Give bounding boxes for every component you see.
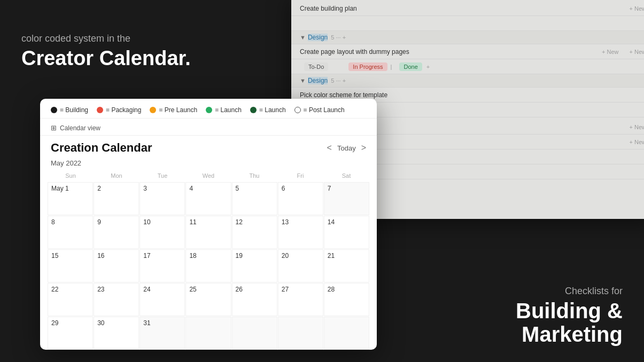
design-tag2: Design (308, 77, 328, 84)
day-number: 3 (143, 185, 147, 192)
day-number: 23 (97, 286, 104, 293)
cal-cell[interactable]: 24 (139, 283, 185, 316)
cal-cell[interactable]: 26 (232, 283, 277, 316)
day-sun: Sun (48, 170, 94, 181)
day-number: 13 (282, 218, 289, 226)
cal-cell[interactable]: May 1 (48, 182, 93, 215)
cal-cell[interactable]: 6 (278, 182, 323, 215)
cal-cell[interactable]: 31 (139, 317, 185, 350)
day-number: 19 (236, 252, 243, 259)
cal-cell[interactable]: 10 (139, 216, 185, 249)
today-button[interactable]: Today (337, 144, 356, 152)
day-number: 11 (189, 218, 196, 226)
left-title: Creator Calendar. (21, 48, 224, 70)
day-thu: Thu (231, 170, 277, 181)
cal-cell[interactable]: 5 (232, 182, 277, 215)
todo-tag: To-Do (304, 62, 328, 71)
calendar-card: = Building = Packaging = Pre Launch = La… (40, 99, 377, 350)
month-year-row: May 2022 (40, 157, 377, 170)
cal-cell[interactable]: 23 (94, 283, 139, 316)
cal-cell[interactable] (324, 317, 369, 350)
cal-cell[interactable]: 2 (94, 182, 139, 215)
legend-launch2: = Launch (250, 106, 286, 114)
br-title: Building &Marketing (516, 299, 623, 346)
cal-cell[interactable]: 13 (278, 216, 323, 249)
day-number: 30 (97, 319, 104, 327)
day-number: 9 (97, 218, 101, 226)
day-number: 21 (328, 252, 335, 259)
day-tue: Tue (139, 170, 185, 181)
cal-cell[interactable]: 4 (185, 182, 231, 215)
month-year: May 2022 (51, 159, 81, 167)
cal-cell[interactable]: 29 (48, 317, 93, 350)
calendar-title-row: Creation Calendar < Today > (40, 136, 377, 157)
cal-cell[interactable] (185, 317, 231, 350)
cal-week: 22232425262728 (48, 283, 369, 316)
cal-cell[interactable]: 15 (48, 249, 93, 282)
cal-cell[interactable]: 17 (139, 249, 185, 282)
table-row: Create page layout with dummy pages + Ne… (291, 44, 644, 59)
day-number: 12 (236, 218, 243, 226)
launch1-dot (206, 107, 212, 113)
day-wed: Wed (185, 170, 231, 181)
cal-cell[interactable]: 27 (278, 283, 323, 316)
cal-week: 891011121314 (48, 216, 369, 249)
cal-cell[interactable]: 16 (94, 249, 139, 282)
day-number: 10 (143, 218, 150, 226)
day-number: 5 (236, 185, 239, 192)
cal-cell[interactable]: 20 (278, 249, 323, 282)
cal-cell[interactable]: 3 (139, 182, 185, 215)
day-number: 14 (328, 218, 335, 226)
day-number: 7 (328, 185, 331, 192)
prev-arrow[interactable]: < (327, 143, 332, 153)
cal-cell[interactable]: 25 (185, 283, 231, 316)
legend-bar: = Building = Packaging = Pre Launch = La… (40, 99, 377, 119)
cal-cell[interactable] (278, 317, 323, 350)
cal-grid: Sun Mon Tue Wed Thu Fri Sat May 12345678… (40, 170, 377, 350)
design-tag: Design (308, 34, 328, 41)
cal-cell[interactable]: 28 (324, 283, 369, 316)
next-arrow[interactable]: > (361, 143, 366, 153)
packaging-dot (97, 107, 103, 113)
day-number: 27 (282, 286, 289, 293)
launch2-dot (250, 107, 257, 113)
bottom-right-block: Checklists for Building &Marketing (516, 286, 623, 346)
cal-cell[interactable]: 18 (185, 249, 231, 282)
cal-cell[interactable] (232, 317, 277, 350)
day-number: May 1 (51, 185, 69, 192)
cal-cell[interactable]: 7 (324, 182, 369, 215)
section-header-design1: ▼ Design 5 ··· + (291, 31, 644, 44)
in-progress-tag: In Progress (348, 62, 387, 71)
cal-cell[interactable]: 19 (232, 249, 277, 282)
br-subtitle: Checklists for (516, 286, 623, 297)
cal-week: 293031 (48, 317, 369, 350)
cal-weeks: May 123456789101112131415161718192021222… (48, 182, 369, 350)
day-number: 25 (189, 286, 196, 293)
calendar-view-label: ⊞ Calendar view (40, 119, 377, 136)
cal-cell[interactable]: 14 (324, 216, 369, 249)
day-sat: Sat (323, 170, 369, 181)
day-number: 20 (282, 252, 289, 259)
legend-postlaunch: = Post Launch (294, 106, 345, 114)
legend-launch1: = Launch (206, 106, 242, 114)
cal-cell[interactable]: 9 (94, 216, 139, 249)
day-mon: Mon (94, 170, 139, 181)
prelaunch-dot (150, 107, 156, 113)
cal-cell[interactable]: 22 (48, 283, 93, 316)
cal-cell[interactable]: 12 (232, 216, 277, 249)
section-header-design2: ▼ Design 5 ··· + (291, 74, 644, 88)
cal-cell[interactable]: 30 (94, 317, 139, 350)
row-text: Create building plan (300, 5, 630, 12)
cal-cell[interactable]: 8 (48, 216, 93, 249)
legend-packaging: = Packaging (97, 106, 141, 114)
cal-cell[interactable]: 11 (185, 216, 231, 249)
day-number: 6 (282, 185, 285, 192)
left-text-block: color coded system in the Creator Calend… (21, 32, 224, 70)
cal-cell[interactable]: 21 (324, 249, 369, 282)
month-nav[interactable]: < Today > (327, 143, 366, 153)
day-number: 26 (236, 286, 243, 293)
new-label: + New (630, 5, 645, 12)
day-number: 2 (97, 185, 101, 192)
table-row (291, 16, 644, 31)
cal-week: 15161718192021 (48, 249, 369, 282)
